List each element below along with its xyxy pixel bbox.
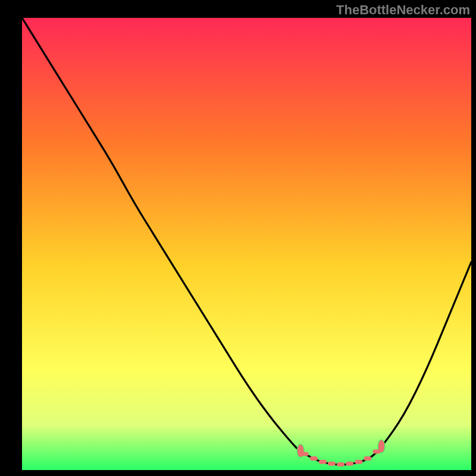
- marker-dash: [319, 460, 327, 464]
- marker-dash: [301, 452, 309, 456]
- marker-dash: [373, 450, 381, 454]
- gradient-background: [22, 18, 471, 470]
- bottleneck-chart: [0, 0, 476, 476]
- marker-dash: [346, 462, 353, 466]
- marker-dash: [310, 456, 318, 461]
- attribution-text: TheBottleNecker.com: [336, 2, 470, 18]
- marker-dash: [337, 462, 345, 466]
- chart-container: TheBottleNecker.com: [0, 0, 476, 476]
- marker-dash: [328, 462, 336, 466]
- marker-dash: [355, 460, 362, 464]
- marker-dash: [364, 456, 371, 461]
